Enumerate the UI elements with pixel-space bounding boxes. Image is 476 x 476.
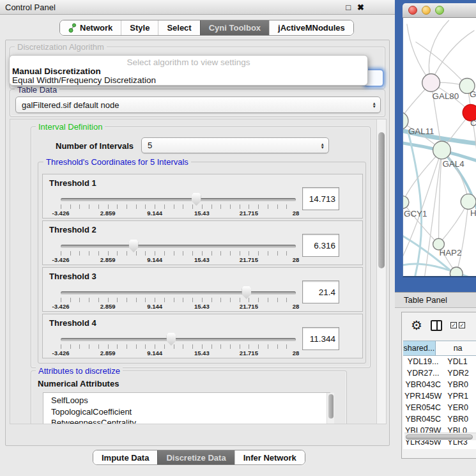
cell-shared-name[interactable]: YBR045C: [403, 413, 443, 425]
attributes-list-scrollbar[interactable]: [326, 393, 334, 424]
tab-network-label: Network: [80, 23, 112, 33]
table-row[interactable]: YBR045CYBR0: [403, 413, 476, 425]
cell-name[interactable]: YDL1: [443, 356, 476, 367]
threshold-2-slider[interactable]: -3.4262.8599.14415.4321.71528: [61, 240, 296, 263]
threshold-3-value-field[interactable]: 21.4: [302, 280, 339, 303]
close-traffic-light-icon[interactable]: [408, 6, 417, 15]
tab-discretize-data[interactable]: Discretize Data: [157, 450, 234, 464]
threshold-1-value-field[interactable]: 14.713: [302, 187, 339, 210]
table-row[interactable]: YPR145WYPR1: [403, 390, 476, 402]
table-hscrollbar-thumb[interactable]: [406, 434, 473, 440]
threshold-2-value-field[interactable]: 6.316: [302, 234, 339, 257]
slider-thumb[interactable]: [242, 286, 251, 299]
network-node[interactable]: [403, 112, 408, 130]
node-label: HAP2: [440, 248, 462, 257]
attribute-item[interactable]: SelfLoops: [51, 395, 330, 406]
cell-shared-name[interactable]: YDR27...: [403, 367, 443, 379]
table-row[interactable]: YDL19...YDL1: [403, 356, 476, 367]
threshold-4-slider[interactable]: -3.4262.8599.14415.4321.71528: [61, 334, 296, 357]
discretization-algorithm-label: Discretization Algorithm: [15, 42, 107, 52]
slider-thumb[interactable]: [192, 193, 201, 206]
slider-track[interactable]: [61, 291, 296, 295]
main-scrollbar[interactable]: [376, 119, 386, 424]
number-of-intervals-combo[interactable]: 5 ▲▼: [141, 137, 329, 153]
attribute-item[interactable]: BetweennessCentrality: [51, 417, 330, 424]
threshold-3-slider[interactable]: -3.4262.8599.14415.4321.71528: [61, 287, 296, 310]
network-node[interactable]: [422, 74, 440, 92]
cell-shared-name[interactable]: YIL052C: [403, 448, 443, 449]
table-row[interactable]: YBR043CYBR0: [403, 379, 476, 390]
slider-track[interactable]: [61, 198, 296, 201]
dropdown-option-equal-width-frequency[interactable]: Equal Width/Frequency Discretization: [12, 75, 156, 85]
slider-thumb[interactable]: [129, 240, 139, 252]
cell-name[interactable]: YPR1: [443, 390, 476, 402]
cell-shared-name[interactable]: YPR145W: [403, 390, 443, 402]
table-row[interactable]: YER054CYER0: [403, 402, 476, 413]
column-layout-icon[interactable]: [431, 320, 442, 331]
minimize-traffic-light-icon[interactable]: [422, 6, 431, 15]
node-label: GCY1: [404, 209, 427, 219]
threshold-2-card: Threshold 2 -3.4262.8599.14415.4321.7152…: [42, 220, 363, 265]
tab-jactivemnodules[interactable]: jActiveMNodules: [269, 20, 353, 35]
tick-label: 9.144: [147, 210, 162, 217]
slider-thumb[interactable]: [166, 333, 176, 346]
table-header-row: shared... na: [403, 341, 476, 356]
tab-impute-data[interactable]: Impute Data: [93, 450, 157, 464]
tick-label: 28: [293, 303, 300, 310]
dropdown-option-manual-discretization[interactable]: Manual Discretization: [12, 66, 101, 76]
threshold-4-value-field[interactable]: 11.344: [302, 327, 339, 350]
attribute-item[interactable]: TopologicalCoefficient: [51, 406, 330, 418]
float-icon[interactable]: □: [346, 3, 351, 12]
network-canvas[interactable]: GAL80GCGAL11GAL4GCY1HHAP2: [403, 18, 476, 277]
table-row[interactable]: YIL052CYIL0: [403, 448, 476, 449]
network-node[interactable]: [403, 196, 409, 209]
slider-track[interactable]: [61, 245, 296, 248]
tick-label: 21.715: [240, 256, 258, 263]
cell-name[interactable]: YER0: [443, 402, 476, 413]
threshold-1-label: Threshold 1: [49, 178, 96, 188]
node-label: C: [470, 118, 476, 128]
tick-label: -3.426: [52, 349, 70, 357]
numerical-attributes-list[interactable]: SelfLoopsTopologicalCoefficientBetweenne…: [43, 392, 330, 424]
network-window-titlebar[interactable]: [403, 3, 476, 18]
table-data-label: Table Data: [15, 85, 59, 95]
node-attribute-table: shared... na YDL19...YDL1YDR27...YDR2YBR…: [403, 341, 476, 449]
network-edge: [407, 24, 431, 83]
cell-name[interactable]: YBR0: [443, 379, 476, 390]
slider-ticks: [61, 298, 296, 302]
table-panel: ⚙ shared... na YDL19...YDL1YDR27...YDR2Y…: [401, 312, 476, 459]
cell-shared-name[interactable]: YBR043C: [403, 379, 443, 390]
column-header-shared-name[interactable]: shared...: [403, 341, 436, 355]
tab-style-label: Style: [130, 23, 150, 33]
cell-name[interactable]: YDR2: [443, 367, 476, 379]
table-data-combo[interactable]: galFiltered.sif default node ▲▼: [15, 96, 381, 113]
close-icon[interactable]: ✖: [357, 3, 364, 12]
tab-style[interactable]: Style: [121, 20, 158, 35]
checked-checkbox-icon[interactable]: [450, 322, 457, 328]
cell-shared-name[interactable]: YER054C: [403, 402, 443, 413]
cell-name[interactable]: YBR0: [443, 413, 476, 425]
tab-infer-network[interactable]: Infer Network: [234, 450, 305, 464]
table-horizontal-scrollbar[interactable]: [404, 433, 476, 440]
network-node[interactable]: [433, 141, 451, 159]
thresholds-group: Threshold's Coordinates for 5 Intervals …: [38, 162, 366, 364]
column-header-name[interactable]: na: [436, 341, 476, 355]
threshold-1-slider[interactable]: -3.4262.8599.14415.4321.71528: [61, 194, 296, 217]
tab-network[interactable]: Network: [60, 20, 121, 35]
zoom-traffic-light-icon[interactable]: [435, 6, 444, 15]
slider-track[interactable]: [61, 338, 296, 341]
network-edge: [408, 132, 422, 276]
stepper-arrows-icon: ▲▼: [372, 102, 377, 108]
tick-label: 15.43: [194, 349, 210, 357]
threshold-4-card: Threshold 4 -3.4262.8599.14415.4321.7152…: [42, 314, 363, 358]
tab-cyni-toolbox[interactable]: Cyni Toolbox: [200, 20, 269, 35]
tab-select[interactable]: Select: [158, 20, 199, 35]
network-node[interactable]: [450, 267, 463, 276]
gear-icon[interactable]: ⚙: [411, 319, 422, 332]
main-scrollbar-thumb[interactable]: [378, 132, 385, 268]
table-row[interactable]: YDR27...YDR2: [403, 367, 476, 379]
network-node[interactable]: [461, 194, 476, 210]
cell-name[interactable]: YIL0: [443, 448, 476, 449]
checked-checkbox-icon[interactable]: [459, 322, 465, 328]
cell-shared-name[interactable]: YDL19...: [403, 356, 443, 367]
